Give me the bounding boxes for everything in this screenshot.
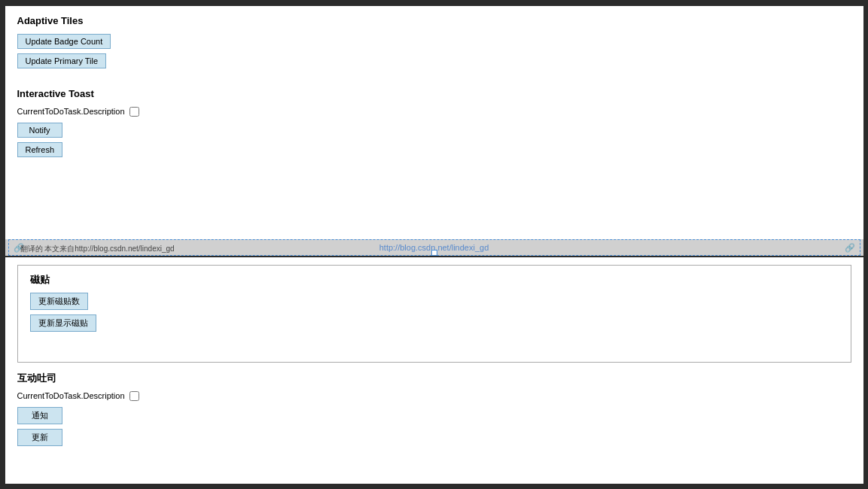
notify-cn-button[interactable]: 通知: [17, 407, 62, 424]
interactive-toast-cn-title: 互动吐司: [17, 372, 851, 385]
update-primary-tile-cn-button[interactable]: 更新显示磁贴: [30, 314, 96, 332]
refresh-button[interactable]: Refresh: [17, 142, 63, 157]
resize-handle[interactable]: [431, 250, 437, 256]
divider-area: 🔗 http://blog.csdn.net/lindexi_gd 🔗 翻译的 …: [5, 239, 863, 256]
top-english-section: Adaptive Tiles Update Badge Count Update…: [5, 6, 863, 239]
bottom-chinese-section: 磁贴 更新磁贴数 更新显示磁贴 互动吐司 CurrentToDoTask.Des…: [5, 257, 863, 484]
interactive-toast-section: Interactive Toast CurrentToDoTask.Descri…: [17, 88, 851, 162]
link-icon-right: 🔗: [845, 242, 855, 252]
current-todo-cn-checkbox[interactable]: [129, 391, 139, 401]
current-todo-cn-label: CurrentToDoTask.Description: [17, 391, 125, 400]
current-todo-cn-row: CurrentToDoTask.Description: [17, 391, 851, 401]
magnetic-tile-framed-area: 磁贴 更新磁贴数 更新显示磁贴: [17, 265, 851, 363]
interactive-toast-title: Interactive Toast: [17, 88, 851, 99]
current-todo-row: CurrentToDoTask.Description: [17, 107, 851, 117]
main-container: Adaptive Tiles Update Badge Count Update…: [5, 6, 863, 484]
update-badge-count-button[interactable]: Update Badge Count: [17, 34, 111, 49]
update-badge-count-cn-button[interactable]: 更新磁贴数: [30, 293, 88, 310]
adaptive-tiles-title: Adaptive Tiles: [17, 15, 851, 26]
current-todo-label: CurrentToDoTask.Description: [17, 107, 125, 116]
update-primary-tile-button[interactable]: Update Primary Tile: [17, 53, 107, 68]
notify-button[interactable]: Notify: [17, 123, 62, 138]
source-text: 翻译的 本文来自http://blog.csdn.net/lindexi_gd: [20, 244, 175, 254]
magnetic-tile-title: 磁贴: [30, 273, 839, 287]
current-todo-checkbox[interactable]: [129, 107, 139, 117]
refresh-cn-button[interactable]: 更新: [17, 429, 62, 446]
